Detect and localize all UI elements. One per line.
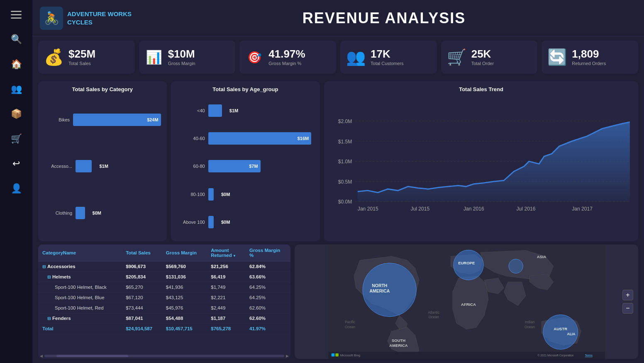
bar-value-accessories: $1M: [97, 164, 108, 169]
kpi-value-returned: 1,809: [572, 48, 606, 59]
td-total-pct: 41.97%: [245, 324, 290, 334]
bar-row-under40: <40 $1M: [177, 104, 314, 117]
map-card: NORTH AMERICA EUROPE ASIA SOUTH AMERICA …: [295, 244, 638, 359]
kpi-orders: 🛒 25K Total Order: [441, 41, 538, 74]
td-helmet-black-sales: $65,270: [122, 282, 162, 293]
trend-chart-area: $2.0M $1.5M $1.0M $0.5M $0.0M Jan 2015 J…: [330, 97, 632, 236]
td-helmet-blue-pct: 64.25%: [245, 293, 290, 303]
map-zoom-out[interactable]: −: [622, 303, 633, 314]
sidebar-item-search[interactable]: 🔍: [5, 31, 27, 48]
home-icon: 🏠: [11, 59, 22, 70]
table-row-total: Total $24,914,587 $10,457,715 $765,278 4…: [38, 324, 290, 334]
terms-label[interactable]: Terms: [585, 354, 593, 357]
logo-line1: ADVENTURE WORKS: [67, 10, 132, 18]
sidebar: 🔍 🏠 👥 📦 🛒 ↩ 👤: [0, 0, 32, 363]
trend-chart-svg: $2.0M $1.5M $1.0M $0.5M $0.0M Jan 2015 J…: [330, 97, 632, 236]
td-fenders-returned: $1,187: [207, 313, 245, 324]
th-grossmargin-pct[interactable]: Gross Margin%: [245, 244, 290, 261]
kpi-value-sales: $25M: [68, 48, 95, 59]
td-accessories-name: ⊟Accessories: [38, 261, 122, 272]
kpi-label-margin: Gross Margin: [168, 61, 195, 66]
bing-label: Microsoft Bing: [340, 353, 360, 357]
y-label-2m: $2.0M: [338, 119, 352, 124]
td-helmet-blue-margin: $43,125: [162, 293, 207, 303]
td-helmet-red-sales: $73,444: [122, 303, 162, 313]
copyright-label: © 2021 Microsoft Corporation: [537, 354, 573, 357]
label-indian-2: Ocean: [524, 325, 534, 329]
header: 🚴 ADVENTURE WORKS CYCLES REVENUE ANALYSI…: [32, 0, 644, 36]
category-chart-title: Total Sales by Category: [44, 86, 161, 92]
bar-label-clothing: Clothing: [44, 211, 72, 215]
x-label-jul2016: Jul 2016: [517, 206, 536, 212]
label-australia-2: ALIA: [567, 332, 575, 336]
hamburger-icon: [8, 8, 24, 21]
kpi-customers: 👥 17K Total Customers: [340, 41, 437, 74]
search-icon: 🔍: [11, 34, 22, 45]
svg-rect-7: [331, 353, 334, 357]
td-fenders-name: ⊟Fenders: [38, 313, 122, 324]
bar-60-80: $7M: [208, 160, 261, 172]
td-total-label: Total: [38, 324, 122, 334]
bar-row-60-80: 60-80 $7M: [177, 160, 314, 172]
bar-accessories: [76, 160, 92, 172]
sidebar-item-menu[interactable]: [5, 6, 27, 23]
td-accessories-pct: 62.84%: [245, 261, 290, 272]
td-accessories-returned: $21,256: [207, 261, 245, 272]
label-south-america-2: AMERICA: [389, 343, 407, 348]
label-north-america: NORTH: [372, 283, 387, 288]
th-categoryname[interactable]: CategoryName: [38, 244, 122, 261]
bar-row-bikes: Bikes $24M: [44, 114, 161, 126]
age-bar-chart: <40 $1M 40-60 $16M 60-80 $7M: [177, 97, 314, 236]
kpi-row: 💰 $25M Total Sales 📊 $10M Gross Margin 🎯…: [32, 36, 644, 78]
sidebar-item-cart[interactable]: 🛒: [5, 130, 27, 148]
td-helmet-red-name: Sport-100 Helmet, Red: [38, 303, 122, 313]
kpi-label-orders: Total Order: [471, 61, 494, 66]
y-label-1.5m: $1.5M: [338, 139, 352, 145]
kpi-icon-returned: 🔄: [547, 48, 567, 66]
bar-value-80-100: $0M: [219, 192, 230, 197]
sidebar-item-customers[interactable]: 👤: [5, 180, 27, 197]
td-helmet-black-returned: $1,749: [207, 282, 245, 293]
kpi-value-margin: $10M: [168, 48, 195, 59]
bar-label-80-100: 80-100: [177, 192, 205, 197]
bar-label-60-80: 60-80: [177, 164, 205, 169]
trend-chart-title: Total Sales Trend: [330, 86, 632, 92]
kpi-gross-margin-pct: 🎯 41.97% Gross Margin %: [239, 41, 336, 74]
sidebar-item-returns[interactable]: ↩: [5, 155, 27, 172]
bar-label-bikes: Bikes: [44, 117, 70, 122]
bar-value-under40: $1M: [227, 108, 238, 113]
td-total-sales: $24,914,587: [122, 324, 162, 334]
label-north-america-2: AMERICA: [369, 289, 390, 293]
x-label-jan2015: Jan 2015: [358, 206, 378, 212]
td-helmet-blue-name: Sport-100 Helmet, Blue: [38, 293, 122, 303]
td-fenders-margin: $54,488: [162, 313, 207, 324]
sidebar-item-home[interactable]: 🏠: [5, 56, 27, 73]
th-totalsales[interactable]: Total Sales: [122, 244, 162, 261]
th-grossmargin[interactable]: Gross Margin: [162, 244, 207, 261]
logo-area: 🚴 ADVENTURE WORKS CYCLES: [40, 7, 132, 30]
category-chart: Total Sales by Category Bikes $24M Acces…: [38, 81, 167, 241]
data-table-card: CategoryName Total Sales Gross Margin Am…: [38, 244, 290, 359]
label-atlantic-2: Ocean: [428, 315, 439, 319]
y-label-0m: $0.0M: [338, 199, 352, 205]
sidebar-item-group[interactable]: 👥: [5, 80, 27, 98]
table-wrapper[interactable]: CategoryName Total Sales Gross Margin Am…: [38, 244, 290, 353]
kpi-label-customers: Total Customers: [371, 61, 403, 66]
kpi-icon-margin: 📊: [145, 49, 163, 65]
td-accessories-margin: $569,760: [162, 261, 207, 272]
td-helmets-returned: $6,419: [207, 272, 245, 282]
category-bar-chart: Bikes $24M Accesso... $1M Clothing $0M: [44, 97, 161, 236]
sidebar-item-box[interactable]: 📦: [5, 105, 27, 123]
kpi-label-returned: Returned Orders: [572, 61, 606, 66]
kpi-returned: 🔄 1,809 Returned Orders: [542, 41, 638, 74]
x-label-jul2015: Jul 2015: [410, 206, 429, 212]
bar-label-above100: Above 100: [177, 220, 205, 225]
table-hscrollbar[interactable]: ◀ ▶: [38, 353, 290, 359]
kpi-icon-orders: 🛒: [447, 48, 466, 66]
map-zoom-in[interactable]: +: [622, 290, 633, 300]
label-africa: AFRICA: [461, 302, 476, 307]
label-atlantic: Atlantic: [428, 310, 440, 315]
cart-icon: 🛒: [11, 133, 22, 144]
td-helmet-blue-sales: $67,120: [122, 293, 162, 303]
th-amount-returned[interactable]: AmountReturned ▼: [207, 244, 245, 261]
